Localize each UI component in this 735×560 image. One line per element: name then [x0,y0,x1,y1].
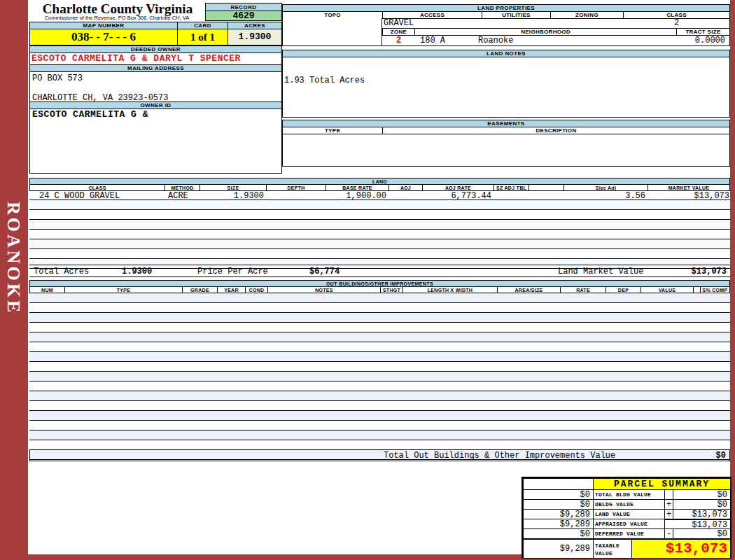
ps-header-blank [523,478,594,490]
deeded-owner-value: ESCOTO CARMELITA G & DARYL T SPENCER [29,52,282,65]
ob-col-year: YEAR [217,286,246,293]
empty-table-row [29,230,730,239]
land-row-class: 24 C WOOD GRAVEL [39,191,120,201]
district-sidebar: ROANOKE [0,0,28,560]
land-row-market-value: $13,073 [652,191,729,201]
ob-col-rate: RATE [560,286,606,293]
ob-total-value: $0 [653,451,726,461]
ob-col-area-size: AREA/SIZE [497,286,561,293]
ob-col-value: VALUE [640,286,694,293]
empty-table-row [29,342,730,352]
ob-totals-row: Total Out Buildings & Other Improvements… [29,449,730,461]
district-name-vertical: ROANOKE [3,202,24,315]
ps-taxable-value: $13,073 [631,538,731,559]
empty-table-row [29,323,730,332]
ob-col-pct-comp: S% COMP [700,286,730,293]
empty-table-row [29,411,730,421]
ps-right-appraised: $13,073 [664,519,731,529]
owner-block-spacer [29,120,282,174]
zone-value: 2 [382,36,415,46]
easements-box [282,134,730,167]
ob-col-dep: DEP [606,286,641,293]
mailing-address-box: PO BOX 573 CHARLOTTE CH, VA 23923-0573 [29,71,282,102]
frame-right [730,0,735,560]
ps-right-obldg: $0 [673,499,731,510]
card-value: 1 of 1 [177,29,228,46]
ps-label-appraised: APPRAISED VALUE [593,519,665,529]
ps-title: PARCEL SUMMARY [593,478,731,490]
empty-table-row [29,332,730,342]
empty-table-row [29,293,730,303]
empty-table-row [29,421,730,430]
county-subtitle: Commissioner of the Revenue, PO Box 308,… [29,15,204,22]
access-value: GRAVEL [384,19,482,28]
total-acres-label: Total Acres [34,267,89,276]
empty-table-row [29,249,730,259]
land-row-base-rate: 1,900.00 [323,191,386,201]
property-record-card: ROANOKE Charlotte County Virginia Commis… [0,0,735,560]
zone-area-value: 180 A [420,36,469,46]
tract-size-label: TRACT SIZE [676,28,730,36]
price-per-acre-label: Price Per Acre [197,267,268,276]
empty-table-row [29,391,730,401]
empty-table-row [29,401,730,411]
address-line1: PO BOX 573 [30,72,281,83]
empty-table-row [29,372,730,382]
ps-left-obldg: $0 [523,499,594,510]
land-notes-box: 1.93 Total Acres [282,57,730,118]
ob-total-label: Total Out Buildings & Other Improvements… [384,451,615,461]
neighborhood-label: NEIGHBORHOOD [414,28,677,36]
empty-table-row [29,313,730,323]
topo-value-cell [282,18,382,46]
empty-table-row [29,352,730,362]
ps-left-land: $9,289 [523,509,594,519]
tract-size-value: 0.0000 [676,36,725,46]
ps-label-land: LAND VALUE [593,509,665,519]
total-acres-value: 1.9300 [122,267,152,276]
ps-label-total-bldg: TOTAL BLDG VALUE [593,489,665,500]
map-number-value: 038- - 7- - - 6 [29,29,178,46]
ob-empty-rows [29,293,730,460]
ob-col-cond: COND [245,286,268,293]
ps-right-land: $13,073 [673,509,731,519]
ob-col-grade: GRADE [182,286,218,293]
class-value: 2 [623,19,730,28]
ps-label-deferred: DEFERRED VALUE [593,528,665,539]
land-totals-row: Total Acres 1.9300 Price Per Acre $6,774… [29,265,730,277]
ps-right-deferred: $0 [673,528,731,539]
land-data-row: 24 C WOOD GRAVEL ACRE 1.9300 1,900.00 6,… [29,190,730,200]
land-market-value: $13,073 [652,267,727,276]
empty-table-row [29,382,730,391]
empty-table-row [29,440,730,450]
zone-label: ZONE [382,28,415,36]
parcel-summary: PARCEL SUMMARY $0 TOTAL BLDG VALUE $0 $0… [522,477,732,559]
ob-col-length-width: LENGTH X WIDTH [402,286,498,293]
ps-right-total-bldg: $0 [673,489,731,500]
ob-col-notes: NOTES [267,286,381,293]
land-row-size-adj: 3.56 [568,191,645,201]
land-row-adj-rate: 6,773.44 [428,191,491,201]
empty-table-row [29,220,730,230]
land-notes-text: 1.93 Total Acres [283,57,729,85]
land-row-method: ACRE [168,191,188,201]
county-title: Charlotte County Virginia [31,1,204,16]
empty-table-row [29,303,730,313]
land-row-size: 1.9300 [204,191,264,201]
empty-table-row [29,430,730,440]
ps-left-taxable: $9,289 [523,538,594,559]
zoning-label: ZONING [550,11,624,19]
owner-id-value: ESCOTO CARMELITA G & [29,108,282,121]
ps-left-appraised: $9,289 [523,519,594,529]
utilities-label: UTILITIES [482,11,551,19]
address-line2: CHARLOTTE CH, VA 23923-0573 [30,83,281,103]
record-value: 4629 [205,10,282,21]
ob-col-sthgt: STHGT [380,286,403,293]
land-market-value-label: Land Market Value [558,267,643,276]
empty-table-row [29,362,730,372]
empty-table-row [29,210,730,220]
land-empty-rows [29,200,730,269]
ps-label-taxable: TAXABLE VALUE [593,538,632,559]
ps-left-deferred: $0 [523,528,594,539]
price-per-acre-value: $6,774 [309,267,340,276]
acres-value: 1.9300 [227,29,282,46]
